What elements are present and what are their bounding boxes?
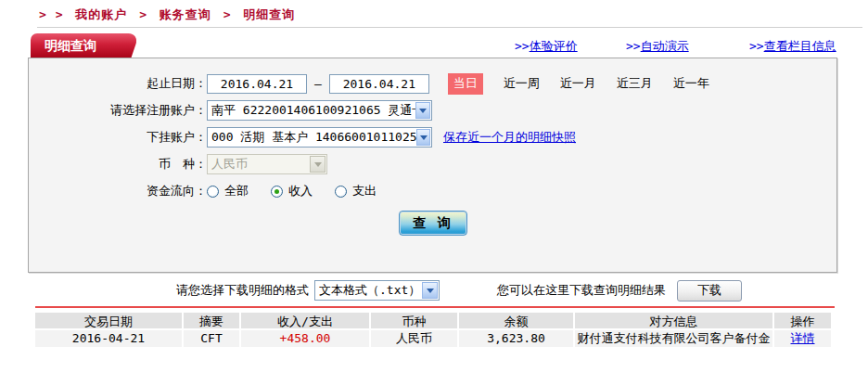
currency-label: 币 种： [29, 156, 207, 173]
header-action: 操作 [774, 313, 831, 330]
register-account-value: 南平 6222001406100921065 灵通卡 [208, 102, 415, 119]
download-hint: 您可以在这里下载查询明细结果 [497, 282, 666, 299]
link-label: 自动演示 [641, 39, 689, 53]
header-summary: 摘要 [184, 313, 241, 330]
form-row-date-range: 起止日期： — 当日 近一周 近一月 近三月 近一年 [29, 73, 836, 94]
radio-flow-all[interactable] [207, 186, 219, 198]
date-to-input[interactable] [329, 74, 429, 94]
breadcrumb: > > 我的账户 > 账务查询 > 明细查询 [39, 6, 299, 23]
quick-option-today[interactable]: 当日 [448, 73, 483, 95]
sub-account-select[interactable]: 000 活期 基本户 1406600101102571848 [207, 127, 432, 148]
detail-query-page: > > 我的账户 > 账务查询 > 明细查询 明细查询 >>体验评价 >>自动演… [0, 0, 868, 385]
radio-flow-expense[interactable] [335, 186, 347, 198]
detail-link[interactable]: 详情 [791, 331, 815, 345]
tab-detail-query[interactable]: 明细查询 [31, 33, 123, 58]
date-range-dash: — [314, 77, 322, 91]
cell-trade-date: 2016-04-21 [35, 330, 184, 347]
cell-action: 详情 [774, 330, 831, 347]
currency-select-disabled: 人民币 [207, 154, 327, 174]
link-prefix: >> [626, 39, 641, 53]
cell-summary: CFT [184, 330, 241, 347]
breadcrumb-prefix: > > [39, 7, 63, 21]
link-prefix: >> [749, 39, 764, 53]
flow-label: 资金流向： [29, 183, 207, 199]
form-row-currency: 币 种： 人民币 [29, 154, 836, 174]
link-label: 查看栏目信息 [764, 39, 836, 53]
download-row: 请您选择下载明细的格式 文本格式（.txt） 您可以在这里下载查询明细结果 下载 [176, 279, 742, 302]
breadcrumb-divider [37, 27, 862, 28]
sub-account-value: 000 活期 基本户 1406600101102571848 [208, 129, 416, 146]
header-balance: 余额 [459, 313, 575, 330]
chevron-down-icon[interactable] [422, 282, 438, 299]
register-account-select[interactable]: 南平 6222001406100921065 灵通卡 [207, 100, 432, 121]
download-button[interactable]: 下载 [677, 280, 742, 302]
download-format-select[interactable]: 文本格式（.txt） [314, 280, 440, 301]
quick-option-last-quarter[interactable]: 近三月 [617, 75, 653, 92]
download-format-value: 文本格式（.txt） [315, 282, 420, 299]
breadcrumb-item-detail-query[interactable]: 明细查询 [243, 7, 295, 21]
cell-currency: 人民币 [371, 330, 459, 347]
register-account-label: 请选择注册账户： [29, 102, 207, 119]
query-form-panel: 起止日期： — 当日 近一周 近一月 近三月 近一年 请选择注册账户： 南平 6… [28, 58, 837, 273]
query-button-row: 查 询 [29, 211, 836, 236]
radio-flow-expense-label[interactable]: 支出 [352, 183, 377, 199]
cell-amount: +458.00 [241, 330, 371, 347]
quick-option-last-week[interactable]: 近一周 [504, 75, 540, 92]
breadcrumb-separator: > [139, 7, 147, 21]
header-income-expense: 收入/支出 [241, 313, 371, 330]
chevron-down-icon[interactable] [416, 129, 430, 146]
breadcrumb-item-account-query[interactable]: 账务查询 [160, 7, 211, 21]
header-currency: 币种 [371, 313, 459, 330]
download-format-label: 请您选择下载明细的格式 [176, 282, 309, 299]
quick-option-last-year[interactable]: 近一年 [673, 75, 709, 92]
currency-value: 人民币 [208, 156, 248, 173]
form-row-flow: 资金流向： 全部 收入 支出 [29, 181, 836, 201]
link-prefix: >> [515, 39, 530, 53]
form-row-sub-account: 下挂账户： 000 活期 基本户 1406600101102571848 保存近… [29, 127, 836, 148]
query-button[interactable]: 查 询 [399, 211, 467, 236]
radio-flow-all-label[interactable]: 全部 [224, 183, 249, 199]
link-auto-demo[interactable]: >>自动演示 [626, 38, 689, 55]
date-range-label: 起止日期： [29, 75, 207, 92]
header-counterparty: 对方信息 [575, 313, 774, 330]
date-from-input[interactable] [207, 74, 307, 94]
quick-option-last-month[interactable]: 近一月 [560, 75, 596, 92]
tab-title: 明细查询 [45, 38, 96, 53]
link-experience-review[interactable]: >>体验评价 [515, 38, 578, 55]
link-view-column-info[interactable]: >>查看栏目信息 [749, 38, 836, 55]
radio-flow-income-label[interactable]: 收入 [288, 183, 313, 199]
breadcrumb-separator: > [223, 7, 232, 21]
table-top-rule [35, 306, 835, 308]
cell-counterparty: 财付通支付科技有限公司客户备付金 [575, 330, 774, 347]
chevron-down-icon[interactable] [415, 102, 430, 119]
cell-balance: 3,623.80 [459, 330, 575, 347]
form-row-register-account: 请选择注册账户： 南平 6222001406100921065 灵通卡 [29, 100, 836, 121]
header-trade-date: 交易日期 [35, 313, 184, 330]
table-row: 2016-04-21 CFT +458.00 人民币 3,623.80 财付通支… [35, 330, 831, 347]
transactions-table: 交易日期 摘要 收入/支出 币种 余额 对方信息 操作 2016-04-21 C… [35, 313, 831, 347]
table-header-row: 交易日期 摘要 收入/支出 币种 余额 对方信息 操作 [35, 313, 831, 330]
link-label: 体验评价 [530, 39, 578, 53]
breadcrumb-item-my-account[interactable]: 我的账户 [75, 7, 127, 21]
radio-flow-income[interactable] [271, 186, 283, 198]
sub-account-label: 下挂账户： [29, 129, 207, 146]
save-snapshot-link[interactable]: 保存近一个月的明细快照 [443, 129, 576, 146]
chevron-down-icon [310, 156, 326, 173]
